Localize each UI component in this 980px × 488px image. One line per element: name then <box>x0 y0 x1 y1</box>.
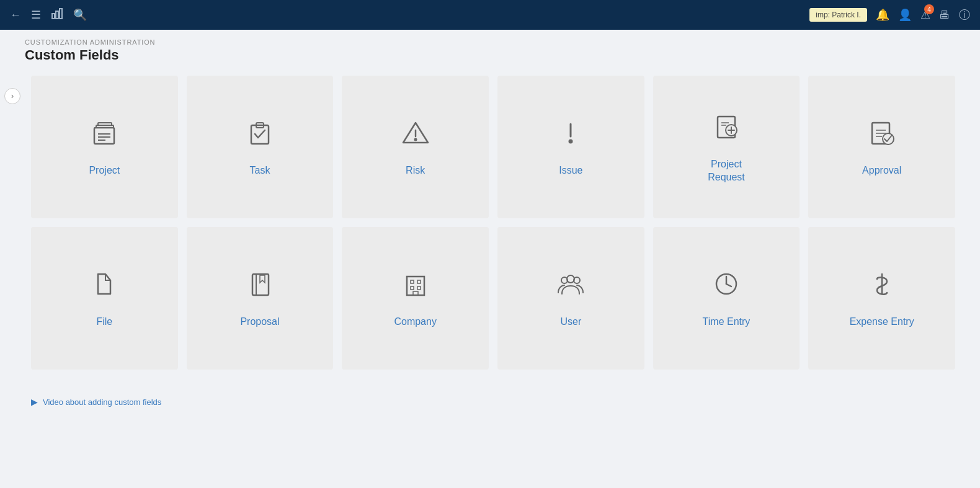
svg-line-42 <box>726 284 731 286</box>
back-button[interactable]: ← <box>10 9 21 22</box>
card-expense-entry[interactable]: Expense Entry <box>808 227 955 370</box>
company-icon <box>399 268 432 304</box>
card-user[interactable]: User <box>497 227 644 370</box>
page-title: Custom Fields <box>25 47 955 63</box>
risk-icon <box>399 117 432 153</box>
card-company[interactable]: Company <box>342 227 489 370</box>
card-file-label: File <box>96 316 112 329</box>
svg-rect-3 <box>94 128 114 144</box>
project-request-icon <box>710 110 742 147</box>
svg-rect-27 <box>252 274 269 295</box>
svg-point-15 <box>569 140 572 143</box>
sidebar-toggle-area: › <box>0 69 25 391</box>
content-area: › Project <box>0 69 980 391</box>
video-link[interactable]: Video about adding custom fields <box>43 397 161 407</box>
approval-icon <box>866 117 898 153</box>
svg-rect-0 <box>52 14 55 19</box>
page-subtitle: CUSTOMIZATION ADMINISTRATION <box>25 38 955 46</box>
svg-marker-29 <box>260 275 265 283</box>
alert-icon[interactable]: ⚠ 4 <box>920 8 930 22</box>
grid-row-1: Project Task <box>31 76 955 218</box>
topnav: ← ☰ 🔍 imp: Patrick I. 🔔 👤 ⚠ 4 🖶 ⓘ <box>0 0 980 30</box>
card-proposal[interactable]: Proposal <box>187 227 334 370</box>
project-icon <box>88 117 120 153</box>
card-approval-label: Approval <box>862 164 901 177</box>
card-approval[interactable]: Approval <box>808 76 955 218</box>
impersonate-badge: imp: Patrick I. <box>809 8 867 22</box>
grid-area: Project Task <box>25 69 980 391</box>
svg-rect-34 <box>411 286 414 290</box>
card-risk-label: Risk <box>406 164 425 177</box>
menu-icon[interactable]: ☰ <box>31 8 41 22</box>
file-icon <box>88 268 120 304</box>
task-icon <box>244 117 276 153</box>
card-proposal-label: Proposal <box>240 316 279 329</box>
card-project-label: Project <box>89 164 120 177</box>
card-project-request[interactable]: ProjectRequest <box>653 76 800 218</box>
svg-rect-2 <box>60 9 62 19</box>
svg-rect-32 <box>411 280 414 283</box>
time-entry-icon <box>710 268 742 304</box>
search-icon[interactable]: 🔍 <box>73 8 87 22</box>
card-project[interactable]: Project <box>31 76 178 218</box>
svg-point-13 <box>414 139 416 141</box>
print-icon[interactable]: 🖶 <box>939 9 950 22</box>
issue-icon <box>555 117 587 153</box>
notification-icon[interactable]: 🔔 <box>876 8 889 22</box>
profile-icon[interactable]: 👤 <box>898 8 912 22</box>
video-icon: ▶ <box>31 397 38 407</box>
svg-rect-35 <box>417 286 421 290</box>
user-icon <box>555 268 587 304</box>
svg-rect-30 <box>407 277 424 295</box>
help-icon[interactable]: ⓘ <box>959 7 970 22</box>
card-project-request-label: ProjectRequest <box>708 158 745 184</box>
page-header: CUSTOMIZATION ADMINISTRATION Custom Fiel… <box>0 30 980 69</box>
grid-row-2: File Proposal <box>31 227 955 370</box>
svg-rect-1 <box>56 11 58 19</box>
expense-entry-icon <box>866 268 898 304</box>
alert-badge: 4 <box>924 4 934 14</box>
card-company-label: Company <box>394 316 436 329</box>
svg-point-39 <box>567 275 574 283</box>
card-time-entry[interactable]: Time Entry <box>653 227 800 370</box>
card-user-label: User <box>560 316 581 329</box>
card-issue[interactable]: Issue <box>497 76 644 218</box>
sidebar-toggle-button[interactable]: › <box>4 88 20 104</box>
card-file[interactable]: File <box>31 227 178 370</box>
card-task[interactable]: Task <box>187 76 334 218</box>
proposal-icon <box>244 268 276 304</box>
card-issue-label: Issue <box>559 164 582 177</box>
card-risk[interactable]: Risk <box>342 76 489 218</box>
footer: ▶ Video about adding custom fields <box>0 391 980 413</box>
card-task-label: Task <box>250 164 270 177</box>
svg-rect-5 <box>98 123 112 125</box>
card-time-entry-label: Time Entry <box>703 316 751 329</box>
chart-icon[interactable] <box>51 7 63 23</box>
svg-rect-33 <box>417 280 421 283</box>
card-expense-entry-label: Expense Entry <box>850 316 914 329</box>
